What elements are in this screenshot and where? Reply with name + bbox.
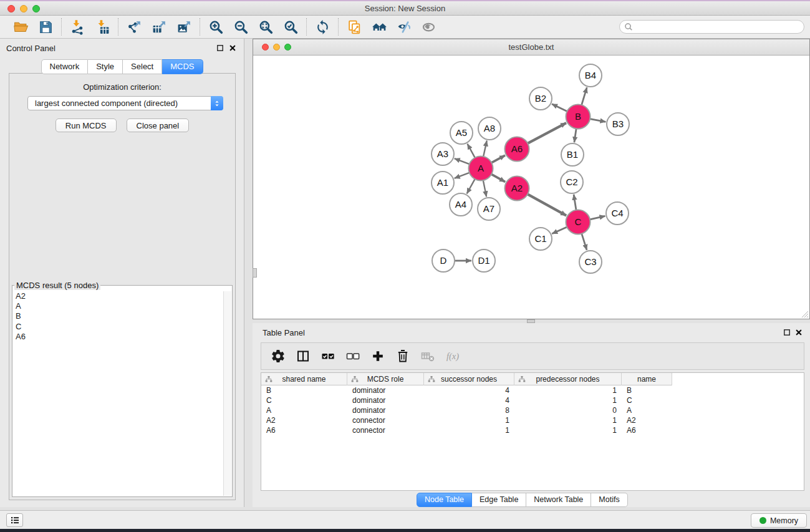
graph-edge-A6-B[interactable] xyxy=(528,123,566,143)
mcds-result-item[interactable]: B xyxy=(13,311,223,321)
graph-edge-A-A5[interactable] xyxy=(468,144,475,158)
graph-node-B4[interactable]: B4 xyxy=(579,64,602,87)
table-cell[interactable]: connector xyxy=(347,425,424,435)
graph-node-B3[interactable]: B3 xyxy=(607,113,629,135)
graph-node-C2[interactable]: C2 xyxy=(561,171,583,193)
export-image-button[interactable] xyxy=(174,17,194,36)
graph-node-A5[interactable]: A5 xyxy=(450,122,473,144)
tab-node-table[interactable]: Node Table xyxy=(417,493,472,507)
import-network-button[interactable] xyxy=(67,17,87,36)
zoom-fit-button[interactable] xyxy=(256,17,276,36)
column-header-shared-name[interactable]: shared name xyxy=(261,373,347,385)
tab-select[interactable]: Select xyxy=(123,59,162,74)
graph-edge-A-A3[interactable] xyxy=(455,158,470,164)
vizmapper-button[interactable] xyxy=(394,17,414,36)
table-cell[interactable]: 8 xyxy=(424,405,514,415)
graph-edge-C-C3[interactable] xyxy=(582,234,587,250)
graph-node-A[interactable]: A xyxy=(469,157,493,181)
search-input[interactable] xyxy=(633,21,804,32)
table-cell[interactable]: dominator xyxy=(347,395,424,405)
graph-edge-A-A1[interactable] xyxy=(455,173,470,178)
table-cell[interactable]: 1 xyxy=(514,395,622,405)
column-header-MCDS-role[interactable]: MCDS role xyxy=(347,373,424,385)
table-close-panel-icon[interactable] xyxy=(794,328,803,337)
graph-edge-A-A2[interactable] xyxy=(491,174,505,181)
table-row[interactable]: A6connector11A6 xyxy=(261,425,804,435)
search-field[interactable] xyxy=(619,20,804,34)
zoom-selected-button[interactable] xyxy=(281,17,301,36)
close-panel-button[interactable]: Close panel xyxy=(127,118,190,132)
float-panel-icon[interactable] xyxy=(216,44,224,52)
clone-network-button[interactable] xyxy=(344,17,364,36)
table-cell[interactable]: 4 xyxy=(424,395,514,405)
graph-node-C1[interactable]: C1 xyxy=(529,228,552,250)
graph-node-A2[interactable]: A2 xyxy=(505,177,529,201)
run-mcds-button[interactable]: Run MCDS xyxy=(55,118,117,132)
close-panel-icon[interactable] xyxy=(228,44,237,52)
graph-node-C3[interactable]: C3 xyxy=(579,251,602,273)
graph-node-A3[interactable]: A3 xyxy=(432,143,454,165)
zoom-in-button[interactable] xyxy=(206,17,226,36)
show-columns-button[interactable] xyxy=(294,346,312,366)
tab-motifs[interactable]: Motifs xyxy=(591,493,627,507)
graph-node-A1[interactable]: A1 xyxy=(432,172,454,194)
table-cell[interactable]: A xyxy=(261,405,347,415)
table-float-panel-icon[interactable] xyxy=(783,328,791,337)
table-cell[interactable]: A6 xyxy=(261,425,347,435)
table-cell[interactable]: dominator xyxy=(347,385,424,395)
table-row[interactable]: Bdominator41B xyxy=(261,385,804,395)
graph-edge-B-B1[interactable] xyxy=(574,128,576,142)
navigator-handle[interactable] xyxy=(253,268,257,278)
graph-edge-A-A8[interactable] xyxy=(483,141,487,157)
refresh-layout-button[interactable] xyxy=(312,17,332,36)
graph-node-A7[interactable]: A7 xyxy=(478,198,500,220)
tab-mcds[interactable]: MCDS xyxy=(162,59,203,74)
table-row[interactable]: Adominator80A xyxy=(261,405,804,415)
delete-column-button[interactable] xyxy=(393,346,412,366)
tab-edge-table[interactable]: Edge Table xyxy=(472,493,526,507)
table-mode-gear-button[interactable] xyxy=(269,346,287,366)
table-cell[interactable]: A xyxy=(622,405,672,415)
tab-style[interactable]: Style xyxy=(88,59,123,74)
graph-edge-A-A6[interactable] xyxy=(491,155,505,163)
mcds-result-item[interactable]: A6 xyxy=(13,332,223,342)
graph-edge-C-C4[interactable] xyxy=(590,216,605,219)
graph-edge-C-C1[interactable] xyxy=(552,227,567,234)
graph-node-A6[interactable]: A6 xyxy=(505,137,529,162)
graph-node-B[interactable]: B xyxy=(566,105,591,129)
column-header-successor-nodes[interactable]: successor nodes xyxy=(424,373,514,385)
memory-button[interactable]: Memory xyxy=(751,513,807,528)
export-network-button[interactable] xyxy=(124,17,144,36)
export-table-button[interactable] xyxy=(149,17,169,36)
graph-node-D[interactable]: D xyxy=(432,249,455,272)
table-cell[interactable]: 1 xyxy=(424,425,514,435)
table-cell[interactable]: B xyxy=(261,385,347,395)
mcds-result-item[interactable]: A2 xyxy=(13,291,223,301)
table-cell[interactable]: dominator xyxy=(347,405,424,415)
home-button[interactable] xyxy=(369,17,389,36)
table-cell[interactable]: A6 xyxy=(622,425,672,435)
network-canvas[interactable]: B4B2BB3A5A8A6B1A3AA1C2A2A4A7CC4C1C3DD1 xyxy=(253,56,809,319)
resize-grip[interactable] xyxy=(801,310,809,318)
graph-edge-B-B4[interactable] xyxy=(582,87,587,105)
table-cell[interactable]: B xyxy=(622,385,672,395)
column-header-predecessor-nodes[interactable]: predecessor nodes xyxy=(514,373,622,385)
create-column-button[interactable] xyxy=(369,346,387,366)
zoom-out-button[interactable] xyxy=(231,17,251,36)
graph-node-A8[interactable]: A8 xyxy=(478,117,501,140)
open-session-button[interactable] xyxy=(11,17,31,36)
table-cell[interactable]: 4 xyxy=(424,385,514,395)
table-cell[interactable]: 0 xyxy=(514,405,622,415)
graph-edge-B-B3[interactable] xyxy=(590,119,605,122)
table-row[interactable]: A2connector11A2 xyxy=(261,415,804,425)
column-header-name[interactable]: name xyxy=(622,373,672,385)
graph-node-D1[interactable]: D1 xyxy=(473,249,495,272)
graph-node-A4[interactable]: A4 xyxy=(450,193,472,216)
graph-node-B2[interactable]: B2 xyxy=(529,87,552,110)
criterion-dropdown[interactable]: largest connected component (directed) xyxy=(27,96,223,110)
table-cell[interactable]: A2 xyxy=(261,415,347,425)
table-cell[interactable]: 1 xyxy=(514,385,622,395)
graph-node-C[interactable]: C xyxy=(566,210,591,235)
table-row[interactable]: Cdominator41C xyxy=(261,395,804,405)
tab-network[interactable]: Network xyxy=(41,59,88,74)
